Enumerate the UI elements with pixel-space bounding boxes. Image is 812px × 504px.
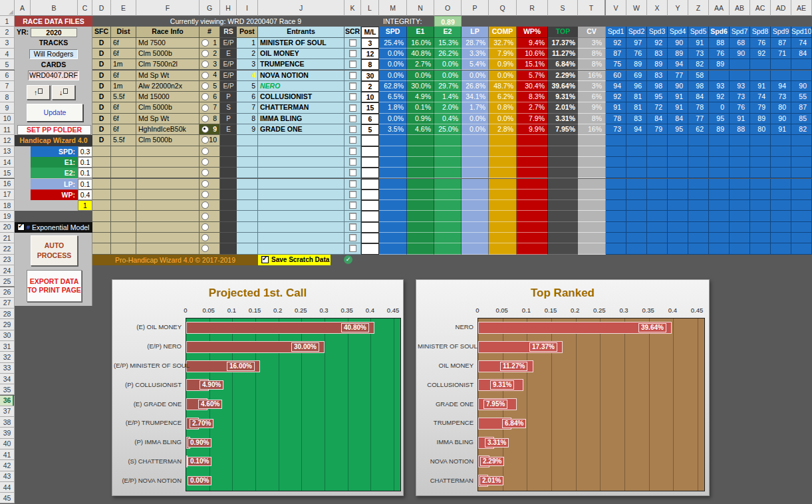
column-header-O[interactable]: O: [434, 0, 462, 16]
column-header-G[interactable]: G: [200, 0, 220, 16]
cell-top[interactable]: [548, 243, 578, 254]
col-head-dist[interactable]: Dist: [111, 27, 136, 37]
scr-checkbox[interactable]: [349, 191, 356, 198]
cell-sfc[interactable]: D: [92, 135, 111, 146]
cell-spd9[interactable]: [771, 243, 791, 254]
cell-scr[interactable]: [344, 92, 361, 102]
cell-spd2[interactable]: [626, 243, 647, 254]
scr-checkbox[interactable]: [349, 61, 356, 68]
cell-dist[interactable]: [111, 222, 136, 233]
cell-race-info[interactable]: [136, 200, 200, 211]
cell-post[interactable]: [237, 179, 258, 189]
cell-spd6[interactable]: 89: [709, 59, 730, 70]
cell-entrant[interactable]: NOVA NOTION: [258, 70, 344, 81]
cell-spd7[interactable]: [730, 168, 750, 178]
cell-spd2[interactable]: [626, 168, 647, 178]
cell-spd8[interactable]: [750, 200, 771, 211]
row-header-34[interactable]: 34: [0, 374, 15, 384]
cell-spd5[interactable]: [688, 211, 709, 221]
column-header-K[interactable]: K: [344, 0, 361, 16]
cell-spd2[interactable]: [626, 157, 647, 168]
column-header-V[interactable]: V: [606, 0, 626, 16]
column-header-P[interactable]: P: [462, 0, 489, 16]
cell-cv[interactable]: 8%: [578, 59, 606, 70]
cell-spd7[interactable]: 90: [730, 49, 750, 59]
cell-comp[interactable]: [489, 179, 517, 189]
cell-comp[interactable]: [489, 189, 517, 200]
cell-race-info[interactable]: [136, 189, 200, 200]
row-header-8[interactable]: 8: [0, 92, 15, 102]
cell-spd8[interactable]: [750, 146, 771, 157]
tracks-field[interactable]: Will Rodgers: [29, 49, 78, 59]
row-header-26[interactable]: 26: [0, 287, 15, 298]
cell-run-style[interactable]: [220, 157, 237, 168]
cell-entrant[interactable]: [258, 233, 344, 243]
cell-e1[interactable]: [407, 243, 434, 254]
scr-checkbox[interactable]: [349, 223, 356, 231]
cell-wp[interactable]: 10.6%: [517, 49, 548, 59]
cell-spd7[interactable]: 93: [730, 81, 750, 92]
cell-wp[interactable]: [517, 168, 548, 178]
cell-e2[interactable]: [434, 179, 462, 189]
cell-comp[interactable]: [489, 211, 517, 221]
cell-cv[interactable]: [578, 233, 606, 243]
cell-spd7[interactable]: [730, 243, 750, 254]
cell-spd7[interactable]: 68: [730, 38, 750, 49]
cell-run-style[interactable]: E/P: [220, 81, 237, 92]
cell-scr[interactable]: [344, 222, 361, 233]
runner-number-cell[interactable]: 2: [200, 49, 220, 59]
cell-e2[interactable]: 0.0%: [434, 59, 462, 70]
cell-e1[interactable]: [407, 200, 434, 211]
cell-sfc[interactable]: D: [92, 124, 111, 135]
cell-scr[interactable]: [344, 81, 361, 92]
cell-entrant[interactable]: IMMA BLING: [258, 114, 344, 124]
cell-wp[interactable]: [517, 189, 548, 200]
cell-e1[interactable]: [407, 168, 434, 178]
cell-spd6[interactable]: [709, 243, 730, 254]
cell-top[interactable]: 7.95%: [548, 124, 578, 135]
cell-scr[interactable]: [344, 70, 361, 81]
cell-spd4[interactable]: [668, 179, 688, 189]
cell-e1[interactable]: [407, 222, 434, 233]
cell-dist[interactable]: 5.5f: [111, 135, 136, 146]
cell-comp[interactable]: [489, 135, 517, 146]
cell-spd9[interactable]: [771, 157, 791, 168]
column-header-Q[interactable]: Q: [489, 0, 517, 16]
cell-cv[interactable]: [578, 146, 606, 157]
cell-scr[interactable]: [344, 243, 361, 254]
cell-spd[interactable]: 6.5%: [379, 92, 407, 102]
cell-spd7[interactable]: [730, 146, 750, 157]
cell-entrant[interactable]: [258, 157, 344, 168]
row-header-1[interactable]: 1: [0, 16, 15, 27]
col-head-e1[interactable]: E1: [407, 27, 434, 37]
cell-wp[interactable]: 7.9%: [517, 114, 548, 124]
col-head-e2[interactable]: E2: [434, 27, 462, 37]
cell-run-style[interactable]: E: [220, 49, 237, 59]
update-button[interactable]: Update: [27, 104, 83, 122]
cell-spd3[interactable]: [647, 146, 668, 157]
runner-number-cell[interactable]: [200, 200, 220, 211]
col-head-lp[interactable]: LP: [462, 27, 489, 37]
cell-run-style[interactable]: [220, 200, 237, 211]
cell-spd9[interactable]: [771, 179, 791, 189]
cell-e2[interactable]: [434, 146, 462, 157]
col-head-spd3[interactable]: Spd3: [647, 27, 668, 37]
row-header-3[interactable]: 3: [0, 38, 15, 49]
cell-top[interactable]: [548, 233, 578, 243]
cell-spd2[interactable]: 94: [626, 124, 647, 135]
cell-run-style[interactable]: E/P: [220, 70, 237, 81]
col-head-sfc[interactable]: SFC: [92, 27, 111, 37]
cell-post[interactable]: [237, 189, 258, 200]
cell-spd7[interactable]: [730, 179, 750, 189]
cell-spd9[interactable]: 87: [771, 38, 791, 49]
cell-spd[interactable]: [379, 233, 407, 243]
cell-spd2[interactable]: [626, 179, 647, 189]
cell-comp[interactable]: [489, 222, 517, 233]
cell-sfc[interactable]: [92, 157, 111, 168]
cell-spd9[interactable]: 90: [771, 114, 791, 124]
cell-spd10[interactable]: 87: [791, 102, 812, 113]
cell-spd5[interactable]: [688, 222, 709, 233]
cell-spd2[interactable]: [626, 211, 647, 221]
scr-checkbox[interactable]: [349, 180, 356, 188]
cell-wp[interactable]: [517, 222, 548, 233]
